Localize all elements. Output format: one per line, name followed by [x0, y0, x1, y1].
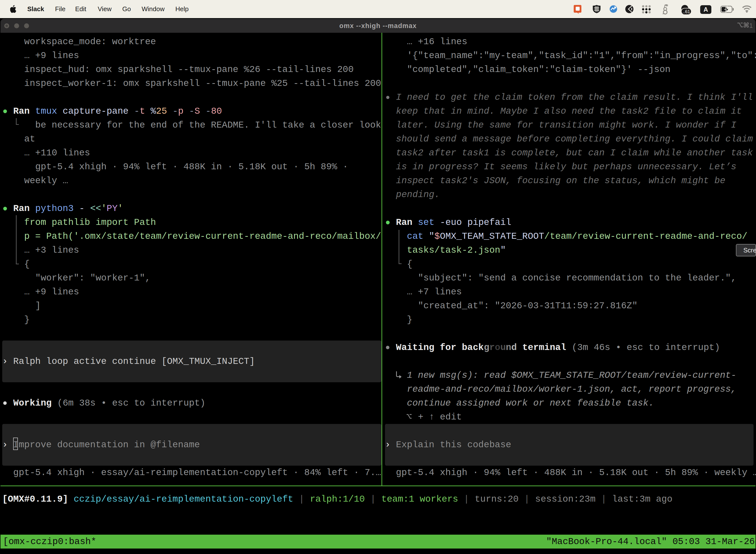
svg-text:..61: ..61 [683, 9, 690, 14]
svg-text:1: 1 [749, 22, 753, 29]
